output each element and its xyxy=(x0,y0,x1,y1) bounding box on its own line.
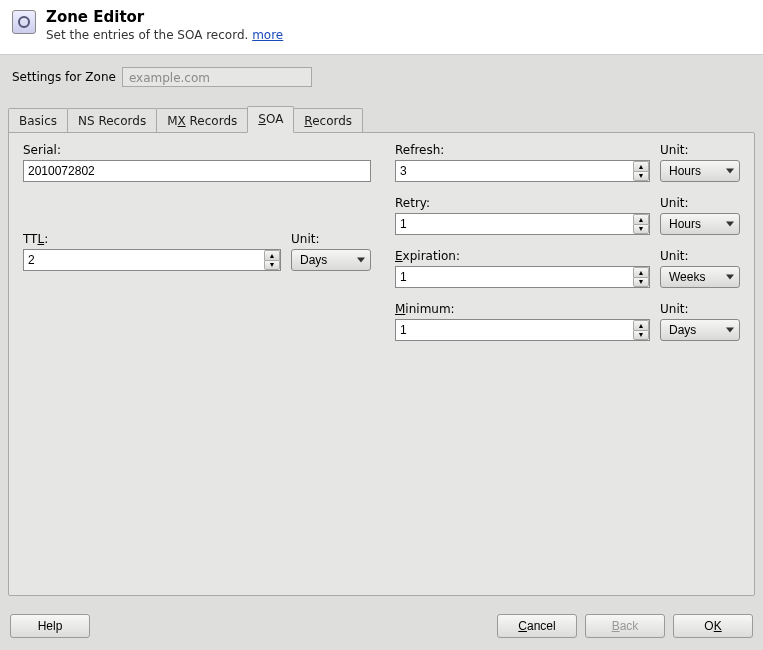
minimum-input[interactable] xyxy=(395,319,650,341)
header-text: Zone Editor Set the entries of the SOA r… xyxy=(46,8,283,42)
page-subtitle: Set the entries of the SOA record. more xyxy=(46,28,283,42)
bind-zone-icon xyxy=(12,10,36,34)
minimum-label: Minimum: xyxy=(395,302,650,316)
expiration-field: Expiration: ▲ ▼ xyxy=(395,249,650,288)
serial-label: Serial: xyxy=(23,143,371,157)
page-title: Zone Editor xyxy=(46,8,283,26)
ttl-field: TTL: ▲ ▼ xyxy=(23,232,281,271)
soa-panel: Serial: TTL: ▲ ▼ Unit: xyxy=(8,132,755,596)
refresh-label: Refresh: xyxy=(395,143,650,157)
tab-basics[interactable]: Basics xyxy=(8,108,68,133)
retry-label: Retry: xyxy=(395,196,650,210)
retry-unit-label: Unit: xyxy=(660,196,740,210)
refresh-unit-label: Unit: xyxy=(660,143,740,157)
expiration-label: Expiration: xyxy=(395,249,650,263)
ttl-unit-label: Unit: xyxy=(291,232,371,246)
minimum-spin-up[interactable]: ▲ xyxy=(633,320,649,330)
serial-input[interactable] xyxy=(23,160,371,182)
ttl-unit-field: Unit: Days xyxy=(291,232,371,271)
minimum-field: Minimum: ▲ ▼ xyxy=(395,302,650,341)
expiration-unit-field: Unit: Weeks xyxy=(660,249,740,288)
retry-unit-select[interactable]: Hours xyxy=(660,213,740,235)
refresh-unit-select[interactable]: Hours xyxy=(660,160,740,182)
cancel-button[interactable]: Cancel xyxy=(497,614,577,638)
ttl-label: TTL: xyxy=(23,232,281,246)
minimum-unit-field: Unit: Days xyxy=(660,302,740,341)
ttl-input[interactable] xyxy=(23,249,281,271)
right-column: Refresh: ▲ ▼ Unit: Hours xyxy=(395,143,740,581)
retry-field: Retry: ▲ ▼ xyxy=(395,196,650,235)
retry-spin-down[interactable]: ▼ xyxy=(633,224,649,235)
expiration-spin-up[interactable]: ▲ xyxy=(633,267,649,277)
zone-name-field: example.com xyxy=(122,67,312,87)
retry-row: Retry: ▲ ▼ Unit: Hours xyxy=(395,196,740,235)
ttl-spin-down[interactable]: ▼ xyxy=(264,260,280,271)
ttl-spin-up[interactable]: ▲ xyxy=(264,250,280,260)
refresh-spin-up[interactable]: ▲ xyxy=(633,161,649,171)
left-column: Serial: TTL: ▲ ▼ Unit: xyxy=(23,143,371,581)
retry-spin-up[interactable]: ▲ xyxy=(633,214,649,224)
tab-ns-records[interactable]: NS Records xyxy=(67,108,157,133)
tabs-container: Basics NS Records MX Records SOA Records… xyxy=(0,105,763,606)
expiration-row: Expiration: ▲ ▼ Unit: Weeks xyxy=(395,249,740,288)
ok-button[interactable]: OK xyxy=(673,614,753,638)
refresh-field: Refresh: ▲ ▼ xyxy=(395,143,650,182)
expiration-unit-select[interactable]: Weeks xyxy=(660,266,740,288)
more-link[interactable]: more xyxy=(252,28,283,42)
button-bar: Help Cancel Back OK xyxy=(0,606,763,650)
retry-input[interactable] xyxy=(395,213,650,235)
tab-soa[interactable]: SOA xyxy=(247,106,294,133)
minimum-spin-down[interactable]: ▼ xyxy=(633,330,649,341)
expiration-input[interactable] xyxy=(395,266,650,288)
settings-for-zone-row: Settings for Zone example.com xyxy=(0,55,763,105)
refresh-row: Refresh: ▲ ▼ Unit: Hours xyxy=(395,143,740,182)
expiration-unit-label: Unit: xyxy=(660,249,740,263)
ttl-unit-select[interactable]: Days xyxy=(291,249,371,271)
ttl-row: TTL: ▲ ▼ Unit: Days xyxy=(23,232,371,271)
refresh-spin-down[interactable]: ▼ xyxy=(633,171,649,182)
refresh-unit-field: Unit: Hours xyxy=(660,143,740,182)
retry-unit-field: Unit: Hours xyxy=(660,196,740,235)
tab-records[interactable]: Records xyxy=(293,108,363,133)
settings-for-zone-label: Settings for Zone xyxy=(12,70,116,84)
minimum-unit-select[interactable]: Days xyxy=(660,319,740,341)
help-button[interactable]: Help xyxy=(10,614,90,638)
tab-bar: Basics NS Records MX Records SOA Records xyxy=(8,105,755,132)
back-button: Back xyxy=(585,614,665,638)
minimum-unit-label: Unit: xyxy=(660,302,740,316)
tab-mx-records[interactable]: MX Records xyxy=(156,108,248,133)
expiration-spin-down[interactable]: ▼ xyxy=(633,277,649,288)
minimum-row: Minimum: ▲ ▼ Unit: Days xyxy=(395,302,740,341)
serial-field: Serial: xyxy=(23,143,371,182)
refresh-input[interactable] xyxy=(395,160,650,182)
dialog-header: Zone Editor Set the entries of the SOA r… xyxy=(0,0,763,55)
